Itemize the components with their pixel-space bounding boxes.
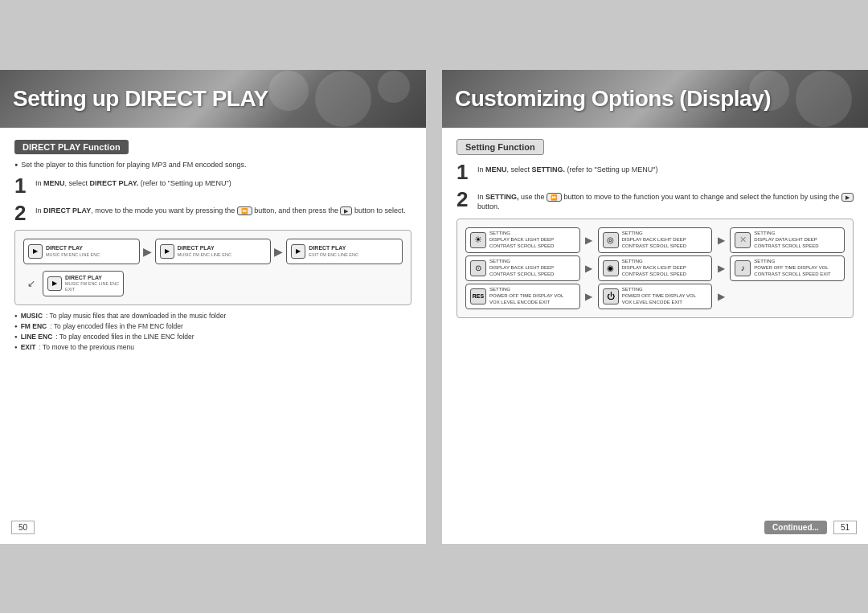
settings-diagram: ☀ SETTING DISPLAY BACK LIGHT DEEP CONTRA…: [457, 219, 854, 318]
direct-play-section-label: DIRECT PLAY Function: [14, 140, 129, 154]
device-item-3: ▶ DIRECT PLAY EXIT FM ENC LINE ENC: [286, 239, 403, 264]
left-banner-title: Setting up DIRECT PLAY: [13, 86, 268, 112]
setting-item-5: ◉ SETTING DISPLAY BACK LIGHT DEEP CONTRA…: [598, 255, 713, 281]
page-number-right: Continued... 51: [764, 521, 857, 534]
device-item-4: ▶ DIRECT PLAY MUSIC FM ENC LINE ENC EXIT: [43, 271, 124, 296]
arrow-r2: ▶: [714, 235, 727, 246]
setting-icon-3: ✕: [735, 232, 751, 248]
right-banner-decoration: [749, 71, 852, 127]
bullet-lineenc: LINE ENC: To play encoded files in the L…: [14, 333, 411, 341]
setting-icon-2: ◎: [603, 232, 619, 248]
setting-icon-5: ◉: [603, 260, 619, 276]
setting-item-3: ✕ SETTING DISPLAY DATA LIGHT DEEP CONTRA…: [730, 227, 845, 253]
bullet-fmenc: FM ENC: To play encoded files in the FM …: [14, 322, 411, 331]
step-2: 2 In DIRECT PLAY, move to the mode you w…: [14, 202, 411, 223]
device-icon-3: ▶: [291, 244, 305, 259]
page-num-51: 51: [833, 521, 857, 534]
banner-decoration: [268, 71, 410, 127]
right-banner: Customizing Options (Display): [442, 70, 868, 128]
setting-icon-7: RES: [470, 288, 486, 304]
setting-icon-6: ♪: [735, 260, 751, 276]
page-number-left: 50: [11, 521, 35, 534]
right-step-2-text: In SETTING, use the ⏩ button to move to …: [477, 189, 854, 212]
setting-item-2: ◎ SETTING DISPLAY BACK LIGHT DEEP CONTRA…: [598, 227, 713, 253]
arrow-r6: ▶: [714, 291, 727, 302]
right-step-2-number: 2: [457, 189, 473, 210]
page-num-50: 50: [11, 521, 35, 534]
device-diagram: ▶ DIRECT PLAY MUSIC FM ENC LINE ENC ▶ ▶ …: [14, 230, 411, 305]
arrow-1: ▶: [143, 245, 152, 258]
right-banner-title: Customizing Options (Display): [455, 86, 771, 112]
right-content: Setting Function 1 In MENU, select SETTI…: [442, 128, 868, 336]
step-2-number: 2: [14, 202, 31, 223]
setting-icon-8: ⏻: [603, 288, 619, 304]
arrow-r5: ▶: [583, 291, 596, 302]
continued-button[interactable]: Continued...: [764, 521, 827, 534]
device-icon-1: ▶: [28, 244, 43, 259]
device-item-2: ▶ DIRECT PLAY MUSIC FM ENC LINE ENC: [155, 239, 272, 264]
arrow-r1: ▶: [583, 235, 596, 246]
left-content: DIRECT PLAY Function Set the player to t…: [0, 128, 426, 365]
bullet-exit: EXIT: To move to the previous menu: [14, 343, 411, 352]
setting-item-8: ⏻ SETTING POWER OFF TIME DISPLAY VOL VOX…: [598, 284, 713, 309]
right-step-2: 2 In SETTING, use the ⏩ button to move t…: [457, 189, 854, 212]
setting-item-4: ⊙ SETTING DISPLAY BACK LIGHT DEEP CONTRA…: [465, 255, 580, 281]
setting-item-7: RES SETTING POWER OFF TIME DISPLAY VOL V…: [465, 284, 580, 309]
left-page: Setting up DIRECT PLAY DIRECT PLAY Funct…: [0, 70, 426, 544]
intro-text: Set the player to this function for play…: [14, 161, 411, 169]
step-2-text: In DIRECT PLAY, move to the mode you wan…: [35, 202, 405, 216]
right-page: Customizing Options (Display) Setting Fu…: [442, 70, 868, 544]
setting-section-label: Setting Function: [457, 139, 544, 155]
right-step-1: 1 In MENU, select SETTING. (refer to "Se…: [457, 161, 854, 182]
left-banner: Setting up DIRECT PLAY: [0, 70, 426, 128]
right-step-1-number: 1: [457, 161, 473, 182]
setting-item-1: ☀ SETTING DISPLAY BACK LIGHT DEEP CONTRA…: [465, 227, 580, 253]
setting-icon-1: ☀: [470, 232, 486, 248]
arrow-2: ▶: [274, 245, 283, 258]
setting-item-6: ♪ SETTING POWER OFF TIME DISPLAY VOL CON…: [730, 255, 845, 281]
bullet-list: MUSIC: To play music files that are down…: [14, 312, 411, 352]
setting-icon-4: ⊙: [470, 260, 486, 276]
device-icon-2: ▶: [160, 244, 174, 259]
step-1: 1 In MENU, select DIRECT PLAY. (refer to…: [14, 175, 411, 196]
arrow-down: ↙: [23, 278, 39, 289]
step-1-text: In MENU, select DIRECT PLAY. (refer to "…: [35, 175, 231, 189]
step-1-number: 1: [14, 175, 31, 196]
right-step-1-text: In MENU, select SETTING. (refer to "Sett…: [477, 161, 657, 175]
arrow-r4: ▶: [714, 263, 727, 274]
device-icon-4: ▶: [47, 276, 62, 291]
arrow-r3: ▶: [583, 263, 596, 274]
bullet-music: MUSIC: To play music files that are down…: [14, 312, 411, 321]
device-item-1: ▶ DIRECT PLAY MUSIC FM ENC LINE ENC: [23, 239, 140, 264]
